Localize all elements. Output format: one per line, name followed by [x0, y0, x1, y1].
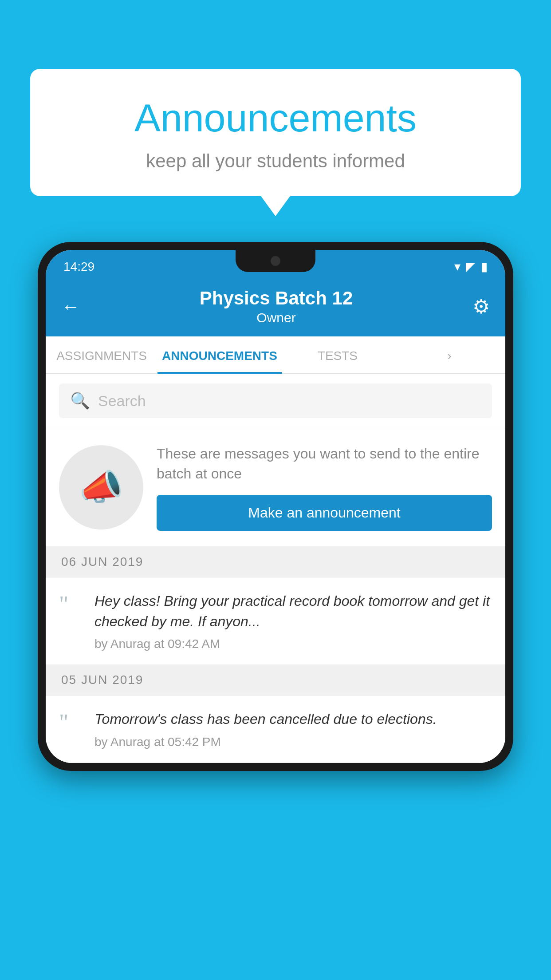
date-divider-1: 06 JUN 2019 [46, 547, 505, 577]
speech-bubble: Announcements keep all your students inf… [30, 69, 521, 196]
tab-announcements[interactable]: ANNOUNCEMENTS [157, 336, 282, 373]
phone-notch [236, 250, 315, 272]
search-box[interactable]: 🔍 Search [59, 383, 492, 418]
announcement-item-1[interactable]: " Hey class! Bring your practical record… [46, 577, 505, 665]
battery-icon: ▮ [481, 259, 488, 274]
header-title: Physics Batch 12 [200, 288, 353, 309]
tab-more[interactable]: › [394, 336, 505, 373]
back-button[interactable]: ← [61, 296, 80, 317]
header-center: Physics Batch 12 Owner [200, 288, 353, 325]
search-icon: 🔍 [70, 391, 90, 410]
announcement-meta-1: by Anurag at 09:42 AM [94, 637, 492, 651]
announcement-content-1: Hey class! Bring your practical record b… [94, 591, 492, 652]
announcement-item-2[interactable]: " Tomorrow's class has been cancelled du… [46, 695, 505, 763]
announcement-icon-circle: 📣 [59, 445, 143, 530]
make-announcement-button[interactable]: Make an announcement [157, 495, 492, 531]
announcement-prompt: 📣 These are messages you want to send to… [46, 428, 505, 547]
bubble-subtitle: keep all your students informed [52, 150, 499, 172]
speech-bubble-container: Announcements keep all your students inf… [30, 69, 521, 196]
wifi-icon: ▾ [454, 259, 460, 274]
announcement-text-1: Hey class! Bring your practical record b… [94, 591, 492, 632]
app-header: ← Physics Batch 12 Owner ⚙ [46, 279, 505, 336]
search-container: 🔍 Search [46, 374, 505, 428]
tabs-bar: ASSIGNMENTS ANNOUNCEMENTS TESTS › [46, 336, 505, 374]
announcement-meta-2: by Anurag at 05:42 PM [94, 735, 492, 749]
settings-icon[interactable]: ⚙ [472, 295, 490, 318]
camera [271, 256, 280, 266]
announcement-description: These are messages you want to send to t… [157, 444, 492, 484]
header-subtitle: Owner [200, 310, 353, 325]
announcement-right: These are messages you want to send to t… [157, 444, 492, 531]
phone-screen: 14:29 ▾ ◤ ▮ ← Physics Batch 12 Owner ⚙ [46, 250, 505, 763]
phone-body: 14:29 ▾ ◤ ▮ ← Physics Batch 12 Owner ⚙ [38, 242, 513, 771]
announcement-content-2: Tomorrow's class has been cancelled due … [94, 709, 492, 749]
tab-tests[interactable]: TESTS [282, 336, 394, 373]
announcement-text-2: Tomorrow's class has been cancelled due … [94, 709, 492, 729]
quote-icon-1: " [59, 593, 83, 616]
status-time: 14:29 [63, 260, 94, 274]
signal-icon: ◤ [466, 259, 476, 274]
date-divider-2: 05 JUN 2019 [46, 665, 505, 695]
quote-icon-2: " [59, 711, 83, 734]
status-icons: ▾ ◤ ▮ [454, 259, 488, 274]
bubble-title: Announcements [52, 95, 499, 141]
tab-assignments[interactable]: ASSIGNMENTS [46, 336, 157, 373]
megaphone-icon: 📣 [79, 466, 123, 508]
search-input[interactable]: Search [98, 392, 146, 410]
phone-mockup: 14:29 ▾ ◤ ▮ ← Physics Batch 12 Owner ⚙ [38, 242, 513, 771]
